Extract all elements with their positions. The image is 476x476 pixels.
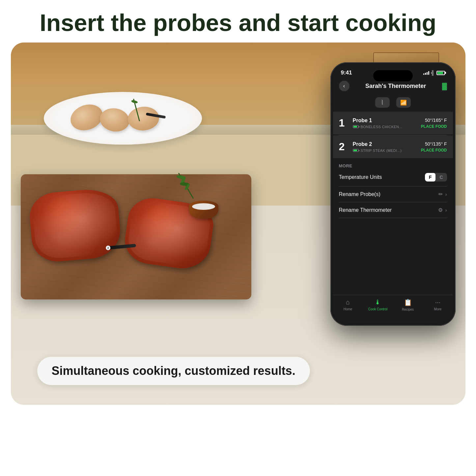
- bowl-outer: [189, 201, 218, 219]
- probe-2-battery-icon: [353, 149, 359, 152]
- page-headline: Insert the probes and start cooking: [20, 0, 456, 42]
- probe-card-2[interactable]: 2 Probe 2 STRIP STEAK (MEDI...) 50: [333, 135, 453, 158]
- cook-control-label: Cook Control: [368, 307, 387, 311]
- bottom-navigation: ⌂ Home 🌡 Cook Control 📋 Recipes ···: [333, 295, 453, 322]
- temperature-units-row[interactable]: Temperature Units F C: [339, 168, 447, 186]
- probe-2-status: PLACE FOOD: [421, 148, 447, 153]
- edit-icon: ✏: [438, 191, 443, 197]
- temp-unit-toggle[interactable]: F C: [425, 173, 447, 182]
- tagline-text: Simultaneous cooking, customized results…: [52, 364, 295, 378]
- bluetooth-icon[interactable]: ⦚: [375, 97, 390, 108]
- phone-screen: 9:41 ╣: [333, 66, 453, 322]
- probe-1-info: Probe 1 BONELESS CHICKEN...: [353, 118, 416, 129]
- probe-2-battery-fill: [353, 150, 357, 151]
- bluetooth-symbol: ⦚: [381, 99, 384, 105]
- probe-1-status: PLACE FOOD: [421, 124, 447, 129]
- more-title: MORE: [339, 163, 447, 168]
- battery-fill: [437, 72, 443, 74]
- probe-card-1[interactable]: 1 Probe 1 BONELESS CHICKEN... 50°/: [333, 112, 453, 134]
- rename-probes-row[interactable]: Rename Probe(s) ✏ ›: [339, 186, 447, 202]
- main-image-area: 2 9:: [11, 42, 465, 405]
- home-icon: ⌂: [346, 298, 350, 306]
- probe-1-battery-fill: [353, 126, 357, 127]
- chicken-piece-2: [98, 106, 131, 134]
- probe-1-temp: 50°/165° F: [421, 118, 447, 123]
- connectivity-row: ⦚ 📶: [333, 95, 453, 112]
- signal-bar-3: [427, 72, 428, 75]
- steak-1-marbling: [31, 191, 119, 260]
- temperature-units-right: F C: [425, 173, 447, 182]
- battery-status-icon: [436, 71, 445, 75]
- rename-thermometer-chevron-icon: ›: [445, 208, 447, 213]
- nav-item-cook-control[interactable]: 🌡 Cook Control: [363, 298, 393, 311]
- probe-1-name: Probe 1: [353, 118, 416, 124]
- salt-bowl: [189, 201, 218, 224]
- bowl-inner: [192, 203, 215, 210]
- wifi-connectivity-icon[interactable]: 📶: [396, 97, 411, 108]
- back-chevron-icon: ‹: [343, 83, 345, 89]
- phone-frame: 9:41 ╣: [330, 62, 456, 326]
- chicken-piece-3: [127, 105, 160, 132]
- probe-2-temp: 50°/135° F: [421, 141, 447, 147]
- device-battery-icon: ▓: [442, 82, 447, 90]
- gear-icon: ⚙: [438, 207, 443, 213]
- back-button[interactable]: ‹: [339, 81, 350, 91]
- nav-item-more[interactable]: ··· More: [423, 298, 453, 311]
- signal-bar-4: [428, 71, 429, 75]
- probe-2-info: Probe 2 STRIP STEAK (MEDI...): [353, 141, 416, 153]
- probe-2-number: 2: [339, 141, 348, 153]
- more-icon: ···: [435, 298, 441, 306]
- chicken-plate-area: [37, 85, 209, 151]
- more-label: More: [434, 307, 442, 311]
- wifi-symbol: 📶: [400, 99, 407, 106]
- rename-thermometer-label: Rename Thermometer: [339, 207, 392, 213]
- steak-1: [28, 187, 122, 264]
- status-icons: ╣: [423, 70, 445, 75]
- tagline-bubble: Simultaneous cooking, customized results…: [37, 357, 310, 385]
- wifi-status-icon: ╣: [431, 70, 434, 75]
- home-label: Home: [344, 307, 352, 311]
- status-time: 9:41: [341, 70, 352, 76]
- probe-2-right: 50°/135° F PLACE FOOD: [421, 141, 447, 153]
- wood-board: 2: [21, 174, 251, 299]
- cutting-board-area: 2: [21, 174, 251, 299]
- fahrenheit-option[interactable]: F: [425, 173, 436, 182]
- probe-1-food: BONELESS CHICKEN...: [361, 125, 403, 129]
- rename-thermometer-right: ⚙ ›: [438, 207, 447, 213]
- tagline-area: Simultaneous cooking, customized results…: [37, 357, 310, 385]
- probe-1-battery-row: BONELESS CHICKEN...: [353, 125, 416, 129]
- recipes-label: Recipes: [402, 308, 414, 311]
- nav-item-recipes[interactable]: 📋 Recipes: [393, 298, 423, 311]
- signal-bar-2: [425, 73, 426, 75]
- rename-thermometer-row[interactable]: Rename Thermometer ⚙ ›: [339, 202, 447, 218]
- rename-probes-right: ✏ ›: [438, 191, 447, 197]
- dynamic-island: [373, 70, 413, 81]
- page-wrapper: Insert the probes and start cooking: [0, 0, 476, 476]
- recipes-icon: 📋: [404, 298, 412, 306]
- signal-bars-icon: [423, 71, 429, 75]
- temperature-units-label: Temperature Units: [339, 174, 382, 180]
- phone-mockup: 9:41 ╣: [330, 62, 456, 326]
- probe-2-name: Probe 2: [353, 141, 416, 147]
- cook-control-icon: 🌡: [375, 298, 381, 306]
- probe-2-battery-row: STRIP STEAK (MEDI...): [353, 149, 416, 153]
- probe-1-right: 50°/165° F PLACE FOOD: [421, 118, 447, 129]
- celsius-option[interactable]: C: [435, 173, 447, 182]
- more-section: MORE Temperature Units F C: [333, 159, 453, 221]
- rename-probes-chevron-icon: ›: [445, 192, 447, 197]
- signal-bar-1: [423, 73, 424, 75]
- probe-2-food: STRIP STEAK (MEDI...): [361, 149, 402, 153]
- rename-probes-label: Rename Probe(s): [339, 191, 380, 197]
- probe-1-number: 1: [339, 117, 348, 129]
- probe-1-battery-icon: [353, 125, 359, 128]
- plate: [44, 92, 202, 145]
- screen-title: Sarah's Thermometer: [365, 83, 426, 90]
- nav-item-home[interactable]: ⌂ Home: [333, 298, 363, 311]
